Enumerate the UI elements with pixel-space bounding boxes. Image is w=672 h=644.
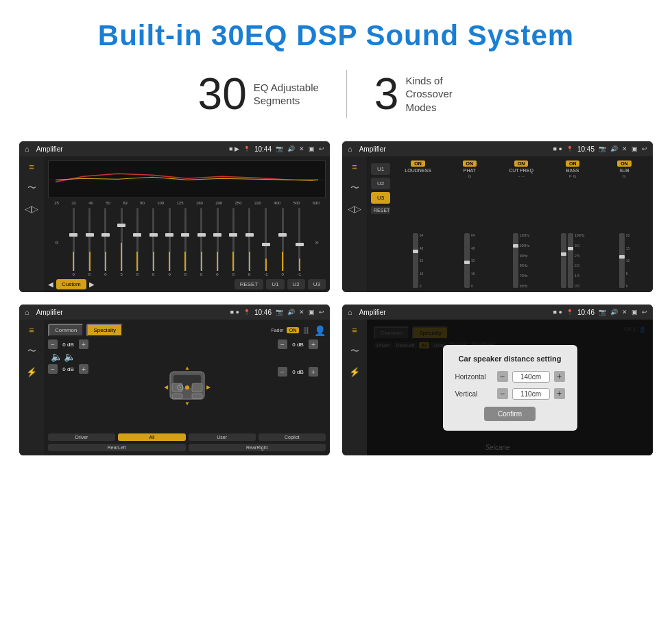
eq-slider-4[interactable]: 0 xyxy=(136,208,139,276)
x-icon-3[interactable]: ✕ xyxy=(299,309,304,315)
bluetooth-icon-4[interactable]: ⚡ xyxy=(349,367,360,377)
xover-u2-btn[interactable]: U2 xyxy=(371,178,390,189)
loudness-slider[interactable]: 644832160 xyxy=(413,174,424,288)
home-icon-1[interactable]: ⌂ xyxy=(25,145,29,153)
eq-slider-11[interactable]: 0 xyxy=(248,208,250,276)
xover-channels: ON LOUDNESS 644832160 ON PHAT G xyxy=(394,160,649,288)
vertical-minus-btn[interactable]: − xyxy=(497,388,508,399)
loudness-on-btn[interactable]: ON xyxy=(411,160,425,167)
contract-icon[interactable]: » xyxy=(315,239,319,246)
specialty-btn[interactable]: Specialty xyxy=(86,324,122,337)
eq-icon-4[interactable]: ≡ xyxy=(352,325,357,335)
confirm-button[interactable]: Confirm xyxy=(484,407,536,421)
x-icon-4[interactable]: ✕ xyxy=(622,309,627,315)
profile-icon[interactable]: 👤 xyxy=(314,325,326,336)
x-icon-1[interactable]: ✕ xyxy=(299,145,304,152)
rearleft-btn[interactable]: RearLeft xyxy=(48,444,186,451)
svg-rect-7 xyxy=(192,394,202,398)
eq-slider-10[interactable]: 0 xyxy=(232,208,235,276)
next-btn[interactable]: ▶ xyxy=(89,281,95,288)
vol-rl-minus[interactable]: − xyxy=(48,364,58,374)
expand-icon[interactable]: « xyxy=(55,239,59,246)
window-icon-2[interactable]: ▣ xyxy=(632,145,638,152)
bass-slider[interactable]: 100Hz3.02.52.01.50.5 xyxy=(561,180,584,288)
u1-btn[interactable]: U1 xyxy=(266,279,284,289)
eq-icon-2[interactable]: ≡ xyxy=(352,162,357,172)
rearright-btn[interactable]: RearRight xyxy=(189,444,326,451)
eq-icon-3[interactable]: ≡ xyxy=(29,325,34,335)
vol-rl-plus[interactable]: + xyxy=(79,364,88,374)
custom-preset-btn[interactable]: Custom xyxy=(56,279,86,289)
svg-point-9 xyxy=(180,387,181,388)
home-icon-4[interactable]: ⌂ xyxy=(348,308,352,316)
xover-u3-btn[interactable]: U3 xyxy=(371,192,390,204)
eq-slider-0[interactable]: 0 xyxy=(73,208,75,276)
copilot-btn[interactable]: Copilot xyxy=(259,433,326,441)
back-icon-1[interactable]: ↩ xyxy=(319,145,324,152)
back-icon-3[interactable]: ↩ xyxy=(319,309,324,315)
eq-slider-12[interactable]: -1 xyxy=(264,208,267,276)
horizontal-minus-btn[interactable]: − xyxy=(497,371,508,382)
prev-btn[interactable]: ◀ xyxy=(48,281,53,288)
eq-slider-13[interactable]: 0 xyxy=(282,208,284,276)
home-icon-3[interactable]: ⌂ xyxy=(25,308,29,316)
pin-icon-1: 📍 xyxy=(243,146,250,152)
bass-on-btn[interactable]: ON xyxy=(566,160,580,167)
time-3: 10:46 xyxy=(254,309,272,316)
window-icon-1[interactable]: ▣ xyxy=(309,145,315,152)
home-icon-2[interactable]: ⌂ xyxy=(348,145,352,153)
vol-rr-minus[interactable]: − xyxy=(278,367,287,377)
eq-slider-2[interactable]: 0 xyxy=(104,208,106,276)
user-btn[interactable]: User xyxy=(189,433,256,441)
eq-icon[interactable]: ≡ xyxy=(29,162,34,172)
back-icon-2[interactable]: ↩ xyxy=(642,145,647,152)
window-icon-3[interactable]: ▣ xyxy=(309,309,315,315)
window-icon-4[interactable]: ▣ xyxy=(632,309,638,315)
wave-icon[interactable]: 〜 xyxy=(27,182,36,194)
back-icon-4[interactable]: ↩ xyxy=(642,309,647,315)
all-btn[interactable]: All xyxy=(118,433,185,441)
u3-btn[interactable]: U3 xyxy=(308,279,326,289)
reset-btn[interactable]: RESET xyxy=(235,279,264,289)
volume-sidebar-icon[interactable]: ◁▷ xyxy=(25,204,38,214)
cutfreq-on-btn[interactable]: ON xyxy=(514,160,529,167)
xover-channel-bass: ON BASS FG 100Hz3.02.52.01.50.5 xyxy=(549,160,597,288)
eq-slider-3[interactable]: 5 xyxy=(120,208,122,276)
eq-slider-1[interactable]: 0 xyxy=(88,208,91,276)
vol-rr-plus[interactable]: + xyxy=(309,367,318,377)
eq-slider-7[interactable]: 0 xyxy=(184,208,187,276)
driver-btn[interactable]: Driver xyxy=(48,433,115,441)
u2-btn[interactable]: U2 xyxy=(287,279,305,289)
eq-slider-6[interactable]: 0 xyxy=(168,208,170,276)
sub-on-btn[interactable]: ON xyxy=(617,160,632,167)
svg-text:▶: ▶ xyxy=(206,384,211,390)
cutfreq-slider[interactable]: 120Hz100Hz90Hz80Hz70Hz60Hz xyxy=(513,180,529,288)
eq-slider-5[interactable]: 0 xyxy=(152,208,154,276)
bluetooth-icon[interactable]: ⚡ xyxy=(26,367,37,377)
sub-slider[interactable]: 20151050 xyxy=(619,180,630,288)
svg-text:▼: ▼ xyxy=(184,401,190,407)
vol-fl-minus[interactable]: − xyxy=(48,339,58,349)
screens-grid: ⌂ Amplifier ■ ▶ 📍 10:44 📷 🔊 ✕ ▣ ↩ ≡ 〜 ◁▷ xyxy=(0,134,672,475)
x-icon-2[interactable]: ✕ xyxy=(622,145,627,152)
horizontal-plus-btn[interactable]: + xyxy=(554,371,565,382)
wave-icon-2[interactable]: 〜 xyxy=(350,182,359,194)
eq-slider-14[interactable]: -1 xyxy=(298,208,301,276)
eq-slider-8[interactable]: 0 xyxy=(200,208,202,276)
common-btn[interactable]: Common xyxy=(48,324,84,337)
wave-icon-4[interactable]: 〜 xyxy=(350,345,359,357)
eq-slider-9[interactable]: 0 xyxy=(216,208,218,276)
vol-fr-plus[interactable]: + xyxy=(309,339,318,349)
vertical-row: Vertical − 110cm + xyxy=(455,388,565,400)
vertical-plus-btn[interactable]: + xyxy=(554,388,565,399)
phat-on-btn[interactable]: ON xyxy=(463,160,477,167)
xover-u1-btn[interactable]: U1 xyxy=(371,163,390,175)
eq-graph xyxy=(48,160,326,198)
volume-sidebar-icon-2[interactable]: ◁▷ xyxy=(348,204,361,214)
vol-fr-minus[interactable]: − xyxy=(278,339,287,349)
vol-fl-plus[interactable]: + xyxy=(79,339,88,349)
xover-reset-btn[interactable]: RESET xyxy=(371,206,390,214)
phat-slider[interactable]: 644832160 xyxy=(464,180,475,288)
svg-text:▲: ▲ xyxy=(184,365,190,371)
wave-icon-3[interactable]: 〜 xyxy=(27,345,36,357)
